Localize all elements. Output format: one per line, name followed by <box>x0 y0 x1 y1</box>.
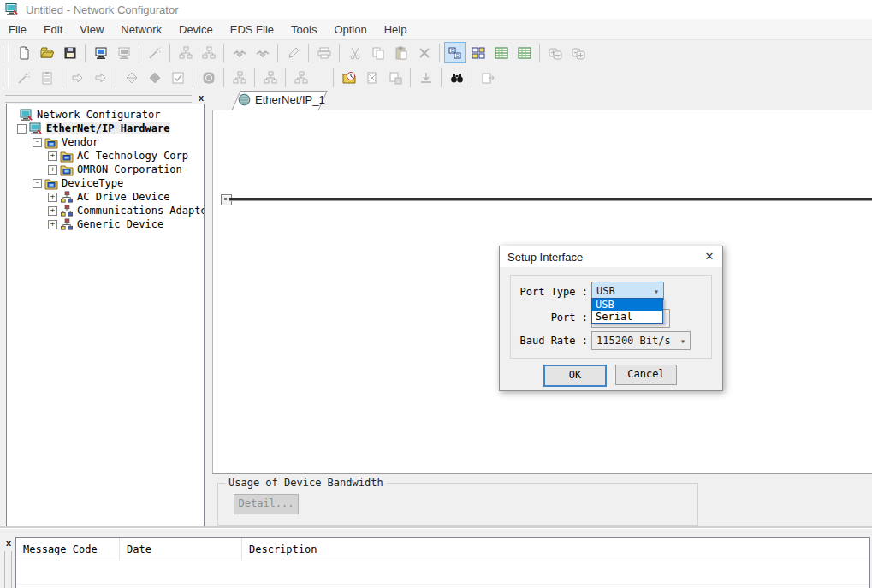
collapse-expander-icon[interactable]: - <box>17 124 27 134</box>
open-button[interactable] <box>36 42 57 63</box>
expand-expander-icon[interactable]: + <box>48 151 57 161</box>
upload-network-button[interactable] <box>90 42 111 63</box>
edit-network-button[interactable] <box>228 67 250 88</box>
column-message-code[interactable]: Message Code <box>16 538 120 561</box>
tree-panel-grip[interactable] <box>5 95 192 103</box>
small-icon-view-button[interactable] <box>467 42 489 63</box>
expand-expander-icon[interactable]: + <box>48 206 57 216</box>
network-configurator-window: Untitled - Network Configurator File Edi… <box>0 0 872 588</box>
large-icon-view-button[interactable] <box>444 42 466 63</box>
dropdown-option-serial[interactable]: Serial <box>592 311 662 323</box>
expand-expander-icon[interactable]: + <box>48 193 57 202</box>
find-button[interactable] <box>446 67 467 88</box>
column-description[interactable]: Description <box>242 538 869 561</box>
table-view-button[interactable] <box>513 42 535 63</box>
collapse-network-icon <box>549 46 562 60</box>
tree-label: DeviceType <box>62 177 123 189</box>
menu-view[interactable]: View <box>71 21 112 39</box>
menu-edit[interactable]: Edit <box>35 21 71 39</box>
download-network-button[interactable] <box>113 42 134 63</box>
detail-view-button[interactable] <box>490 42 512 63</box>
diamond-filled-button[interactable] <box>144 67 165 88</box>
collapse-expander-icon[interactable]: - <box>33 179 42 188</box>
io-clock-button[interactable] <box>198 67 219 88</box>
menu-device[interactable]: Device <box>170 21 222 39</box>
tree-item-devicetype[interactable]: - DeviceType <box>7 176 204 190</box>
column-date[interactable]: Date <box>120 538 242 561</box>
dropdown-option-usb[interactable]: USB <box>592 299 662 311</box>
close-x-icon[interactable]: x <box>195 92 207 104</box>
disconnect-button[interactable] <box>252 42 273 63</box>
menu-network[interactable]: Network <box>112 21 170 39</box>
connect-button[interactable] <box>228 42 250 63</box>
route-network-button[interactable] <box>259 67 281 88</box>
bandwidth-group-title: Usage of Device Bandwidth <box>225 477 387 489</box>
cancel-button[interactable]: Cancel <box>615 365 677 385</box>
verify-checkbox-button[interactable] <box>167 67 188 88</box>
detail-button[interactable]: Detail... <box>234 494 299 514</box>
save-document-button[interactable] <box>384 67 406 88</box>
transfer-to-device-button[interactable] <box>175 42 196 63</box>
tree-item-ac-drive-device[interactable]: + AC Drive Device <box>7 190 204 204</box>
menu-tools[interactable]: Tools <box>282 21 325 39</box>
download-from-network-icon <box>117 46 131 60</box>
expand-network-button[interactable] <box>567 42 589 63</box>
menu-option[interactable]: Option <box>325 21 375 39</box>
message-panel-grip[interactable] <box>4 551 12 588</box>
discard-document-button[interactable] <box>361 67 383 88</box>
toolbar-separator <box>339 44 340 62</box>
tree-item-ethernet-ip-hardware[interactable]: - EtherNet/IP Hardware <box>7 122 204 135</box>
download-line-icon <box>419 71 433 85</box>
tree-item-network-configurator[interactable]: Network Configurator <box>7 108 204 122</box>
import-device-button[interactable] <box>90 67 111 88</box>
tree-item-generic-device[interactable]: + Generic Device <box>7 217 204 231</box>
device-wizard-button[interactable] <box>144 42 165 63</box>
find-binoculars-icon <box>450 71 464 85</box>
folder-icon <box>60 163 74 176</box>
tree-item-vendor[interactable]: - Vendor <box>7 135 204 149</box>
copy-button[interactable] <box>367 42 389 63</box>
parameter-sheet-button[interactable] <box>36 67 57 88</box>
message-list[interactable]: Message Code Date Description <box>15 537 870 588</box>
new-button[interactable] <box>13 42 34 63</box>
tree-item-ac-technology-corp[interactable]: + AC Technology Corp <box>7 149 204 163</box>
menu-eds-file[interactable]: EDS File <box>222 21 282 39</box>
save-button[interactable] <box>59 42 80 63</box>
usage-history-button[interactable] <box>338 67 359 88</box>
tree-item-communications-adapter[interactable]: + Communications Adapter <box>7 204 204 217</box>
ok-button[interactable]: OK <box>543 365 607 387</box>
transfer-from-device-button[interactable] <box>198 42 219 63</box>
close-x-icon[interactable]: ✕ <box>702 250 717 264</box>
external-document-button[interactable] <box>477 67 498 88</box>
download-line-button[interactable] <box>415 67 436 88</box>
menu-file[interactable]: File <box>0 21 35 39</box>
upload-network2-button[interactable] <box>290 67 311 88</box>
export-device-button[interactable] <box>67 67 88 88</box>
paste-button[interactable] <box>390 42 412 63</box>
toolbar-grip[interactable] <box>3 68 9 87</box>
network-trunk-line[interactable] <box>229 198 872 201</box>
toolbar-grip[interactable] <box>3 44 9 62</box>
close-x-icon[interactable]: x <box>3 538 15 549</box>
small-icon-view-icon <box>472 46 485 60</box>
baud-rate-combobox[interactable]: 115200 Bit/s ▾ <box>591 331 691 350</box>
toolbar-standard <box>0 40 872 66</box>
tree-item-omron-corporation[interactable]: + OMRON Corporation <box>7 163 204 176</box>
cut-button[interactable] <box>344 42 365 63</box>
tab-ethernet-ip-1[interactable]: EtherNet/IP_1 <box>219 91 318 110</box>
wand-tool-button[interactable] <box>13 67 34 88</box>
toolbar-separator <box>169 44 170 62</box>
expand-expander-icon[interactable]: + <box>48 220 57 229</box>
delete-button[interactable] <box>413 42 435 63</box>
collapse-network-button[interactable] <box>544 42 566 63</box>
diamond-outline-button[interactable] <box>121 67 142 88</box>
large-icon-view-icon <box>448 46 462 60</box>
folder-icon <box>44 177 59 190</box>
menu-help[interactable]: Help <box>376 21 416 39</box>
expand-expander-icon[interactable]: + <box>48 165 57 175</box>
computer-icon <box>20 109 34 122</box>
print-button[interactable] <box>313 42 335 63</box>
edit-button[interactable] <box>282 42 304 63</box>
collapse-expander-icon[interactable]: - <box>33 138 42 147</box>
bandwidth-area: Usage of Device Bandwidth Detail... <box>212 473 872 529</box>
